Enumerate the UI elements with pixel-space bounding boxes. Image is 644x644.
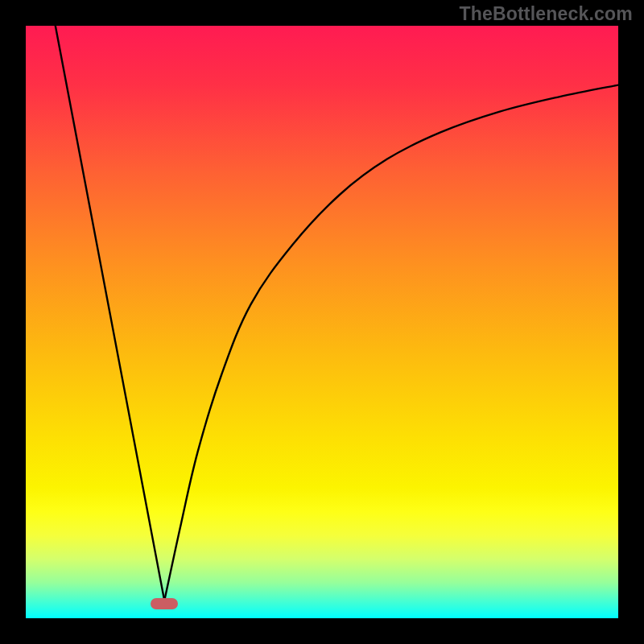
curve-layer: [26, 26, 618, 618]
right-branch-line: [164, 85, 618, 601]
chart-frame: TheBottleneck.com: [0, 0, 644, 644]
plot-area: [26, 26, 618, 618]
left-branch-line: [56, 26, 164, 601]
watermark-text: TheBottleneck.com: [459, 3, 633, 25]
optimal-point-marker: [151, 598, 178, 609]
